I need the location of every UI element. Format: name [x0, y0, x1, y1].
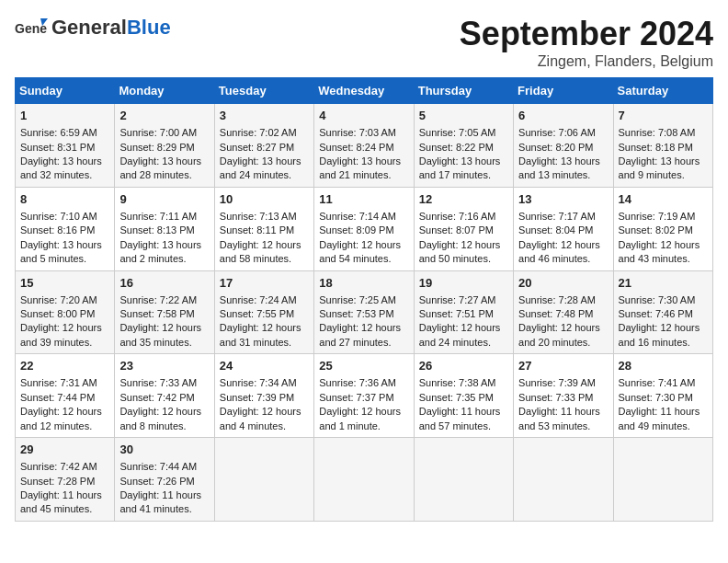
table-row: 13Sunrise: 7:17 AMSunset: 8:04 PMDayligh…: [514, 187, 613, 270]
day-info-line: Sunrise: 7:02 AM: [220, 126, 309, 140]
day-info-line: Sunset: 8:02 PM: [619, 224, 708, 237]
day-info-line: Sunset: 7:35 PM: [419, 391, 508, 405]
day-info-line: and 20 minutes.: [518, 336, 608, 350]
day-info-line: and 58 minutes.: [220, 252, 309, 266]
day-info-line: Sunrise: 7:03 AM: [319, 126, 408, 140]
day-info-line: Daylight: 11 hours: [619, 405, 708, 419]
day-info-line: Sunset: 7:39 PM: [220, 391, 309, 405]
day-info-line: Daylight: 12 hours: [220, 321, 309, 335]
header: General GeneralBlue September 2024 Zinge…: [15, 15, 713, 70]
day-number: 29: [20, 442, 109, 458]
logo: General GeneralBlue: [15, 15, 171, 40]
calendar-week-1: 1Sunrise: 6:59 AMSunset: 8:31 PMDaylight…: [16, 104, 713, 188]
day-info-line: Daylight: 12 hours: [319, 405, 408, 419]
day-info-line: Sunset: 7:48 PM: [518, 307, 608, 321]
day-info-line: and 2 minutes.: [119, 252, 209, 266]
day-info-line: Sunset: 7:30 PM: [619, 391, 708, 405]
table-row: 4Sunrise: 7:03 AMSunset: 8:24 PMDaylight…: [314, 104, 414, 188]
table-row: 27Sunrise: 7:39 AMSunset: 7:33 PMDayligh…: [514, 354, 613, 438]
day-info-line: and 28 minutes.: [119, 168, 209, 182]
day-info-line: Sunrise: 6:59 AM: [20, 126, 109, 140]
col-sunday: Sunday: [16, 78, 115, 104]
day-info-line: Sunset: 8:00 PM: [20, 307, 109, 321]
day-info-line: Sunset: 7:53 PM: [319, 307, 408, 321]
day-info-line: Sunrise: 7:31 AM: [20, 376, 109, 390]
day-info-line: Sunset: 8:09 PM: [319, 224, 408, 237]
day-info-line: Sunset: 7:26 PM: [119, 475, 209, 488]
day-info-line: and 45 minutes.: [20, 502, 109, 516]
table-row: [314, 438, 414, 522]
day-number: 1: [20, 108, 109, 124]
day-info-line: Daylight: 12 hours: [619, 238, 708, 252]
table-row: 10Sunrise: 7:13 AMSunset: 8:11 PMDayligh…: [214, 187, 313, 270]
day-info-line: and 27 minutes.: [319, 336, 408, 350]
col-wednesday: Wednesday: [314, 78, 414, 104]
col-thursday: Thursday: [414, 78, 513, 104]
day-info-line: Daylight: 13 hours: [319, 155, 408, 168]
day-number: 24: [220, 358, 309, 374]
day-info-line: Sunset: 8:27 PM: [220, 141, 309, 155]
day-number: 25: [319, 358, 408, 374]
day-info-line: Daylight: 12 hours: [619, 321, 708, 335]
day-number: 3: [220, 108, 309, 124]
day-number: 4: [319, 108, 408, 124]
day-info-line: and 31 minutes.: [220, 336, 309, 350]
logo-general-text: General: [51, 16, 127, 39]
day-info-line: Daylight: 12 hours: [20, 321, 109, 335]
table-row: 20Sunrise: 7:28 AMSunset: 7:48 PMDayligh…: [514, 270, 613, 354]
day-info-line: Daylight: 11 hours: [518, 405, 608, 419]
day-info-line: Sunrise: 7:22 AM: [119, 293, 209, 307]
table-row: 28Sunrise: 7:41 AMSunset: 7:30 PMDayligh…: [613, 354, 712, 438]
day-info-line: Sunrise: 7:11 AM: [119, 210, 209, 224]
day-info-line: and 8 minutes.: [119, 419, 209, 433]
day-info-line: and 21 minutes.: [319, 168, 408, 182]
calendar-week-5: 29Sunrise: 7:42 AMSunset: 7:28 PMDayligh…: [16, 438, 713, 522]
day-number: 2: [119, 108, 209, 124]
table-row: 14Sunrise: 7:19 AMSunset: 8:02 PMDayligh…: [613, 187, 712, 270]
calendar-week-3: 15Sunrise: 7:20 AMSunset: 8:00 PMDayligh…: [16, 270, 713, 354]
col-saturday: Saturday: [613, 78, 712, 104]
calendar-table: Sunday Monday Tuesday Wednesday Thursday…: [15, 77, 713, 522]
day-info-line: and 54 minutes.: [319, 252, 408, 266]
day-info-line: Daylight: 12 hours: [319, 238, 408, 252]
day-info-line: Sunrise: 7:41 AM: [619, 376, 708, 390]
day-info-line: Sunset: 7:37 PM: [319, 391, 408, 405]
day-info-line: Sunrise: 7:24 AM: [220, 293, 309, 307]
day-number: 9: [119, 191, 209, 208]
day-number: 12: [419, 191, 508, 208]
day-info-line: Daylight: 13 hours: [518, 155, 608, 168]
table-row: 5Sunrise: 7:05 AMSunset: 8:22 PMDaylight…: [414, 104, 513, 188]
day-info-line: and 16 minutes.: [619, 336, 708, 350]
day-info-line: Daylight: 13 hours: [220, 155, 309, 168]
day-number: 27: [518, 358, 608, 374]
day-info-line: Sunrise: 7:25 AM: [319, 293, 408, 307]
table-row: 25Sunrise: 7:36 AMSunset: 7:37 PMDayligh…: [314, 354, 414, 438]
table-row: [414, 438, 513, 522]
table-row: [514, 438, 613, 522]
table-row: 30Sunrise: 7:44 AMSunset: 7:26 PMDayligh…: [115, 438, 214, 522]
day-info-line: and 13 minutes.: [518, 168, 608, 182]
calendar-week-4: 22Sunrise: 7:31 AMSunset: 7:44 PMDayligh…: [16, 354, 713, 438]
day-number: 13: [518, 191, 608, 208]
table-row: [613, 438, 712, 522]
table-row: 18Sunrise: 7:25 AMSunset: 7:53 PMDayligh…: [314, 270, 414, 354]
day-info-line: and 35 minutes.: [119, 336, 209, 350]
day-number: 21: [619, 275, 708, 292]
table-row: 29Sunrise: 7:42 AMSunset: 7:28 PMDayligh…: [16, 438, 115, 522]
day-number: 14: [619, 191, 708, 208]
col-tuesday: Tuesday: [214, 78, 313, 104]
day-info-line: Daylight: 13 hours: [119, 238, 209, 252]
day-info-line: and 9 minutes.: [619, 168, 708, 182]
day-info-line: Sunset: 8:31 PM: [20, 141, 109, 155]
day-info-line: Sunrise: 7:28 AM: [518, 293, 608, 307]
day-info-line: Sunset: 8:24 PM: [319, 141, 408, 155]
day-info-line: Daylight: 12 hours: [419, 238, 508, 252]
day-info-line: and 43 minutes.: [619, 252, 708, 266]
day-number: 20: [518, 275, 608, 292]
day-info-line: Sunset: 8:04 PM: [518, 224, 608, 237]
day-info-line: Sunrise: 7:27 AM: [419, 293, 508, 307]
header-row: Sunday Monday Tuesday Wednesday Thursday…: [16, 78, 713, 104]
day-info-line: Daylight: 11 hours: [20, 488, 109, 502]
day-info-line: Sunset: 7:55 PM: [220, 307, 309, 321]
day-info-line: Sunrise: 7:39 AM: [518, 376, 608, 390]
